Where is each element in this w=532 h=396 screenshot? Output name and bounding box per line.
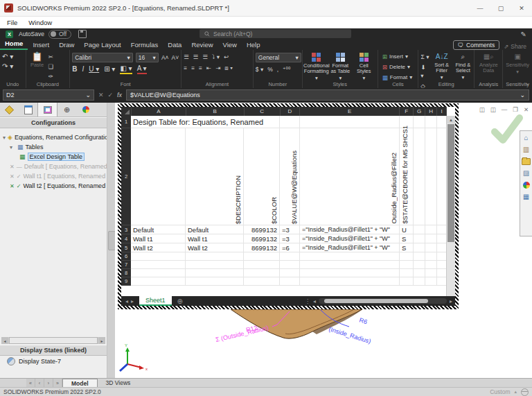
search-input[interactable]: Search (Alt+Q) <box>200 29 351 38</box>
align-middle-icon[interactable]: ☰ <box>193 53 199 61</box>
copy-icon[interactable]: ❏ <box>48 62 54 71</box>
redo-icon[interactable]: ↷ ▾ <box>2 62 13 71</box>
cell[interactable] <box>437 269 447 277</box>
row-header[interactable]: 4 <box>121 234 131 243</box>
cell[interactable] <box>244 277 280 286</box>
cell[interactable] <box>280 269 300 277</box>
save-icon[interactable] <box>78 30 87 38</box>
display-state-item[interactable]: Display State-7 <box>7 357 61 365</box>
autosave-toggle[interactable]: Off <box>48 30 71 39</box>
tab-display-manager[interactable] <box>76 103 95 117</box>
scrollbar-thumb[interactable] <box>9 337 98 344</box>
fill-color-icon[interactable]: ◧ ▾ <box>120 64 132 74</box>
child-minimize-icon[interactable]: — <box>502 106 508 113</box>
cell[interactable]: Wall t1 <box>186 234 244 243</box>
row-header[interactable]: 2 <box>121 128 131 225</box>
align-left-icon[interactable]: ≡ <box>184 64 187 72</box>
minimize-icon[interactable]: — <box>470 0 490 16</box>
align-top-icon[interactable]: ☰ <box>184 53 189 61</box>
cell[interactable] <box>131 269 186 277</box>
row-header[interactable]: 9 <box>121 277 131 286</box>
cell[interactable] <box>437 225 447 234</box>
scrollbar-thumb[interactable] <box>447 124 454 242</box>
cell[interactable] <box>425 243 437 252</box>
tab-insert[interactable]: Insert <box>28 41 54 50</box>
inner-radius-value[interactable]: R6 <box>358 316 368 325</box>
delete-cells-button[interactable]: ⊠ Delete▾ <box>382 63 410 71</box>
cell[interactable] <box>131 128 186 225</box>
tab-configuration-manager[interactable] <box>37 103 57 117</box>
cell[interactable]: Default <box>186 225 244 234</box>
align-center-icon[interactable]: ≡ <box>191 64 195 72</box>
cell[interactable]: 8699132 <box>244 243 280 252</box>
paste-button[interactable]: 📋 Paste <box>28 53 46 68</box>
column-header[interactable]: D <box>281 107 301 116</box>
cell[interactable]: ="Inside_Radius@Fillet1" + "W" <box>300 225 400 234</box>
column-header[interactable]: F <box>400 107 414 116</box>
cell[interactable] <box>425 225 437 234</box>
cell[interactable]: ="Inside_Radius@Fillet1" + "W" <box>300 234 400 243</box>
conditional-formatting-button[interactable]: Conditional Formatting ▾ <box>305 53 328 81</box>
cell[interactable] <box>400 269 414 277</box>
decrease-indent-icon[interactable]: ⇤ <box>206 64 211 72</box>
panel-horizontal-scrollbar[interactable]: ◂ ▸ <box>1 337 105 344</box>
close-icon[interactable]: ✕ <box>511 0 532 16</box>
cell[interactable] <box>280 261 300 269</box>
cell[interactable] <box>425 128 437 225</box>
tab-help[interactable]: Help <box>242 41 265 50</box>
tree-item-config-wall-t2[interactable]: ✕ ✓ Wall t2 [ Equations, Renamed ] <box>3 181 107 191</box>
bold-icon[interactable]: B <box>72 65 77 74</box>
row-header[interactable]: 7 <box>121 261 131 269</box>
sheet-horizontal-scrollbar[interactable] <box>319 298 447 304</box>
child-restore-icon[interactable]: ❐ <box>513 106 518 113</box>
next-tab-icon[interactable]: › <box>44 379 53 387</box>
sheet-vertical-scrollbar[interactable]: ▲ <box>446 116 455 296</box>
formula-input[interactable]: $VALUE@W@Equations ⌄ <box>126 89 529 101</box>
tree-item-config-default[interactable]: ✕ — Default [ Equations, Renamed ] <box>3 162 107 171</box>
sort-filter-button[interactable]: A↓Z Sort & Filter ▾ <box>432 53 452 80</box>
row-header[interactable]: 5 <box>121 243 131 252</box>
scroll-up-icon[interactable]: ▲ <box>447 116 455 123</box>
cell[interactable] <box>425 277 437 286</box>
find-select-button[interactable]: ⌕ Find & Select ▾ <box>454 53 472 80</box>
shrink-font-icon[interactable]: A˅ <box>172 53 179 62</box>
cell[interactable] <box>437 261 447 269</box>
cell[interactable] <box>414 269 425 277</box>
cell[interactable] <box>186 261 244 269</box>
scrollbar-thumb[interactable] <box>324 299 428 303</box>
scroll-left-icon[interactable]: ◂ <box>1 337 8 344</box>
insert-cells-button[interactable]: ⊞ Insert▾ <box>382 53 408 61</box>
pen-icon[interactable]: ✎ <box>521 31 526 38</box>
cell[interactable] <box>414 116 425 128</box>
sheet-grid[interactable]: A B C D E F G H I 1 Design Table for: Eq… <box>121 107 447 286</box>
tab-page-layout[interactable]: Page Layout <box>79 41 125 50</box>
fill-icon[interactable]: ⬇ ▾ <box>420 63 429 80</box>
next-window-icon[interactable]: ◫ <box>490 106 496 113</box>
cell[interactable]: 8699132 <box>244 234 280 243</box>
underline-icon[interactable]: U ▾ <box>89 65 99 74</box>
decimal-icon[interactable]: ⁺⁰⁰ <box>283 65 290 74</box>
undo-icon[interactable]: ↶ ▾ <box>2 53 13 61</box>
caret-down-icon[interactable]: ▾ <box>3 135 6 141</box>
panel-splitter[interactable] <box>107 103 115 378</box>
design-library-icon[interactable]: ▥ <box>523 146 529 153</box>
cell[interactable] <box>400 261 414 269</box>
cell[interactable] <box>244 269 280 277</box>
caret-up-icon[interactable]: ▴ <box>514 389 517 395</box>
collapse-ribbon-icon[interactable]: ⌄ <box>525 80 530 87</box>
font-color-icon[interactable]: A ▾ <box>137 64 147 74</box>
insert-function-icon[interactable]: fx <box>117 92 122 98</box>
cell[interactable] <box>186 269 244 277</box>
cell[interactable] <box>300 269 400 277</box>
tab-model[interactable]: Model <box>62 379 98 387</box>
cell[interactable] <box>414 128 425 225</box>
file-explorer-icon[interactable] <box>522 158 531 165</box>
custom-dropdown[interactable]: Custom <box>490 388 510 395</box>
cut-icon[interactable]: ✂ <box>48 53 53 61</box>
cell[interactable] <box>437 234 447 243</box>
scrollbar-handle-icon[interactable]: ⋮ <box>305 298 310 304</box>
globe-icon[interactable] <box>521 388 529 396</box>
cell[interactable] <box>414 277 425 286</box>
column-header[interactable]: C <box>245 107 281 116</box>
scroll-right-icon[interactable]: ▸ <box>450 298 452 304</box>
